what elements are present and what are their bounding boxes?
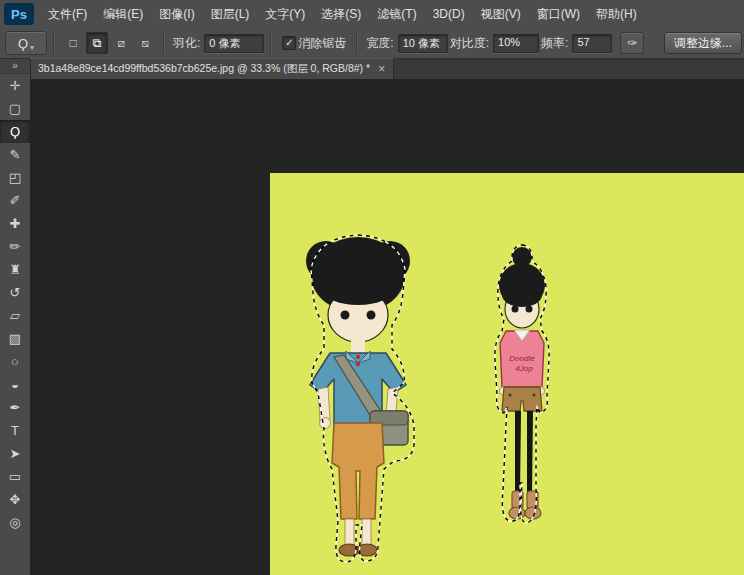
frequency-input[interactable]: 57 (572, 34, 612, 53)
toolbar-collapse-button[interactable]: » (0, 59, 30, 74)
move-tool[interactable]: ✛ (0, 74, 30, 97)
antialias-checkbox[interactable]: ✓ (282, 36, 296, 50)
image-content: Doodle 4Jop (270, 173, 744, 575)
divider (356, 32, 358, 54)
crop-tool[interactable]: ◰ (0, 166, 30, 189)
menu-filter[interactable]: 滤镜(T) (369, 0, 424, 28)
path-selection-tool[interactable]: ➤ (0, 442, 30, 465)
divider (163, 32, 165, 54)
menu-select[interactable]: 选择(S) (313, 0, 369, 28)
frequency-label: 频率: (541, 35, 568, 52)
tool-preset-dropdown[interactable]: Ϙ ▾ (5, 31, 47, 55)
contrast-label: 对比度: (450, 35, 489, 52)
tool-options-bar: Ϙ ▾ □ ⧉ ⧄ ⧅ 羽化: 0 像素 ✓ 消除锯齿 宽度: 10 像素 对比… (0, 28, 744, 59)
history-brush-tool[interactable]: ↺ (0, 281, 30, 304)
refine-edge-button[interactable]: 调整边缘... (664, 32, 742, 54)
menu-bar: Ps 文件(F) 编辑(E) 图像(I) 图层(L) 文字(Y) 选择(S) 滤… (0, 0, 744, 29)
clone-stamp-tool[interactable]: ♜ (0, 258, 30, 281)
gradient-tool[interactable]: ▧ (0, 327, 30, 350)
hand-tool[interactable]: ✥ (0, 488, 30, 511)
photoshop-window: Ps 文件(F) 编辑(E) 图像(I) 图层(L) 文字(Y) 选择(S) 滤… (0, 0, 744, 575)
menu-image[interactable]: 图像(I) (151, 0, 202, 28)
selection-intersect-button[interactable]: ⧅ (134, 32, 156, 54)
document-tab-title: 3b1a48e89ce14cd99ffbd536b7cb625e.jpg @ 3… (38, 62, 370, 76)
canvas-area[interactable]: Doodle 4Jop (30, 79, 744, 575)
hoodie-text-line2: 4Jop (515, 364, 533, 373)
tab-close-icon[interactable]: × (378, 63, 385, 75)
type-tool[interactable]: T (0, 419, 30, 442)
selection-add-button[interactable]: ⧉ (86, 32, 108, 54)
hoodie-text-line1: Doodle (509, 354, 535, 363)
feather-input[interactable]: 0 像素 (204, 34, 264, 53)
selection-subtract-button[interactable]: ⧄ (110, 32, 132, 54)
selection-new-button[interactable]: □ (62, 32, 84, 54)
blur-tool[interactable]: ○ (0, 350, 30, 373)
dodge-tool[interactable]: ◒ (0, 373, 30, 396)
menu-edit[interactable]: 编辑(E) (95, 0, 151, 28)
magnetic-lasso-icon: Ϙ (18, 36, 28, 51)
marquee-tool[interactable]: ▢ (0, 97, 30, 120)
pen-tool[interactable]: ✒ (0, 396, 30, 419)
antialias-label: 消除锯齿 (298, 35, 346, 52)
healing-brush-tool[interactable]: ✚ (0, 212, 30, 235)
shape-tool[interactable]: ▭ (0, 465, 30, 488)
menu-help[interactable]: 帮助(H) (588, 0, 645, 28)
eraser-tool[interactable]: ▱ (0, 304, 30, 327)
eyedropper-tool[interactable]: ✐ (0, 189, 30, 212)
photoshop-logo-icon: Ps (4, 3, 34, 25)
width-label: 宽度: (366, 35, 393, 52)
menu-file[interactable]: 文件(F) (40, 0, 95, 28)
check-icon: ✓ (285, 38, 293, 48)
divider (270, 32, 272, 54)
menu-view[interactable]: 视图(V) (473, 0, 529, 28)
pen-pressure-button[interactable]: ✑ (620, 32, 644, 54)
contrast-input[interactable]: 10% (493, 34, 539, 53)
dropdown-caret-icon: ▾ (30, 43, 34, 52)
document-tab-bar: 3b1a48e89ce14cd99ffbd536b7cb625e.jpg @ 3… (30, 59, 744, 80)
width-input[interactable]: 10 像素 (398, 34, 448, 53)
menu-type[interactable]: 文字(Y) (257, 0, 313, 28)
zoom-tool[interactable]: ◎ (0, 511, 30, 534)
menu-layer[interactable]: 图层(L) (203, 0, 258, 28)
brush-tool[interactable]: ✏ (0, 235, 30, 258)
menu-window[interactable]: 窗口(W) (529, 0, 588, 28)
document-tab[interactable]: 3b1a48e89ce14cd99ffbd536b7cb625e.jpg @ 3… (30, 58, 394, 79)
feather-label: 羽化: (173, 35, 200, 52)
lasso-tool[interactable]: Ϙ (0, 120, 30, 143)
tools-panel: » ✛ ▢ Ϙ ✎ ◰ ✐ ✚ ✏ ♜ ↺ ▱ ▧ ○ ◒ ✒ T ➤ ▭ ✥ … (0, 59, 31, 575)
quick-selection-tool[interactable]: ✎ (0, 143, 30, 166)
menu-3d[interactable]: 3D(D) (425, 0, 473, 28)
divider (53, 32, 55, 54)
document-image[interactable]: Doodle 4Jop (270, 173, 744, 575)
